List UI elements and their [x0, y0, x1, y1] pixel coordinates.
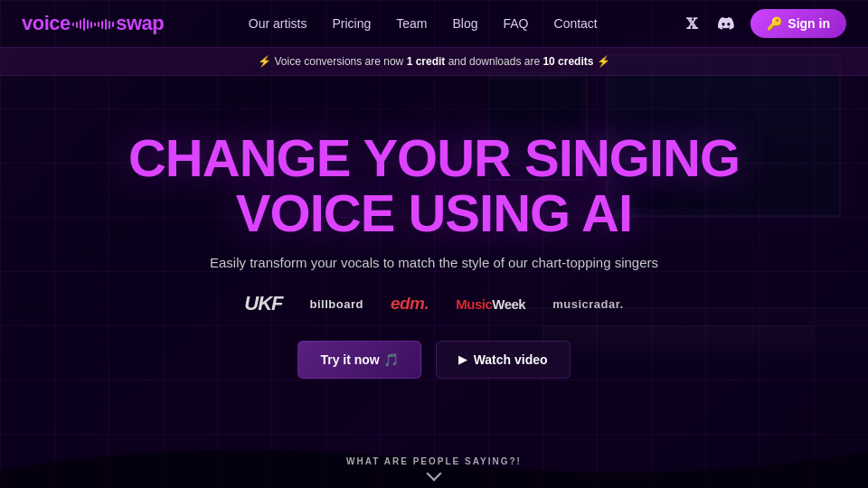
bottom-teaser: What are people saying?!: [0, 456, 868, 488]
nav-link-faq[interactable]: FAQ: [504, 16, 529, 31]
try-it-label: Try it now 🎵: [320, 352, 398, 367]
bar6: [90, 22, 93, 28]
banner-text: Voice conversions are now: [275, 55, 407, 68]
watch-video-label: Watch video: [474, 352, 548, 367]
bar10: [105, 19, 108, 30]
bar7: [94, 23, 97, 26]
bar1: [72, 23, 75, 26]
logo: voice swap: [22, 12, 164, 35]
bar11: [108, 21, 111, 29]
twitter-icon[interactable]: 𝕏: [682, 14, 702, 33]
chevron-down-icon: [427, 466, 442, 482]
announcement-banner: ⚡ Voice conversions are now 1 credit and…: [0, 47, 868, 76]
nav-link-contact[interactable]: Contact: [554, 16, 598, 31]
banner-prefix: ⚡: [258, 55, 271, 68]
ukf-logo: UKF: [244, 292, 282, 315]
bar5: [87, 20, 90, 29]
mw-music: Music: [456, 296, 492, 312]
nav-right: 𝕏 🔑 Sign in: [682, 9, 846, 38]
bar12: [112, 22, 115, 27]
navbar: voice swap Our artists Pricing: [0, 0, 868, 47]
cta-buttons: Try it now 🎵 ▶ Watch video: [297, 341, 570, 379]
nav-item-pricing[interactable]: Pricing: [332, 15, 371, 32]
banner-connector: and downloads are: [448, 55, 543, 68]
play-icon: ▶: [458, 353, 467, 366]
mw-week: Week: [492, 296, 525, 312]
hero-subtitle: Easily transform your vocals to match th…: [210, 255, 658, 270]
discord-icon[interactable]: [716, 14, 736, 33]
nav-link-team[interactable]: Team: [396, 16, 427, 31]
media-logos-row: UKF billboard edm. MusicWeek musicradar.: [244, 292, 623, 315]
banner-suffix: ⚡: [597, 55, 610, 68]
nav-item-contact[interactable]: Contact: [554, 15, 598, 32]
edm-logo: edm.: [391, 294, 429, 314]
nav-link-blog[interactable]: Blog: [452, 16, 477, 31]
bar2: [76, 22, 79, 28]
nav-item-artists[interactable]: Our artists: [249, 15, 307, 32]
banner-credit2: 10 credits: [542, 55, 593, 68]
sign-in-label: Sign in: [788, 16, 830, 31]
hero-title-line2: VOICE USING AI: [236, 183, 632, 242]
watch-video-button[interactable]: ▶ Watch video: [436, 341, 571, 379]
logo-voice: voice: [22, 12, 71, 34]
sign-in-button[interactable]: 🔑 Sign in: [750, 9, 846, 38]
nav-link-pricing[interactable]: Pricing: [332, 16, 371, 31]
bar3: [80, 20, 82, 29]
hero-section: CHANGE YOUR SINGING VOICE USING AI Easil…: [0, 76, 868, 488]
hero-title: CHANGE YOUR SINGING VOICE USING AI: [128, 131, 740, 241]
bar9: [101, 21, 104, 29]
nav-links: Our artists Pricing Team Blog FAQ Contac…: [249, 15, 598, 32]
logo-waveform: [72, 18, 115, 31]
bottom-teaser-text: What are people saying?!: [346, 456, 522, 466]
bar4: [83, 18, 86, 31]
banner-credit1: 1 credit: [407, 55, 446, 68]
nav-item-blog[interactable]: Blog: [452, 15, 477, 32]
billboard-logo: billboard: [310, 297, 363, 311]
bar8: [98, 22, 100, 27]
musicweek-logo: MusicWeek: [456, 296, 525, 312]
nav-item-team[interactable]: Team: [396, 15, 427, 32]
logo-text: voice swap: [22, 12, 164, 35]
musicradar-logo: musicradar.: [552, 297, 624, 311]
sign-in-icon: 🔑: [767, 16, 782, 31]
hero-title-line1: CHANGE YOUR SINGING: [128, 128, 740, 187]
nav-link-artists[interactable]: Our artists: [249, 16, 307, 31]
main-content: voice swap Our artists Pricing: [0, 0, 868, 488]
logo-swap: swap: [116, 12, 164, 34]
nav-item-faq[interactable]: FAQ: [504, 15, 529, 32]
try-it-now-button[interactable]: Try it now 🎵: [297, 341, 420, 379]
